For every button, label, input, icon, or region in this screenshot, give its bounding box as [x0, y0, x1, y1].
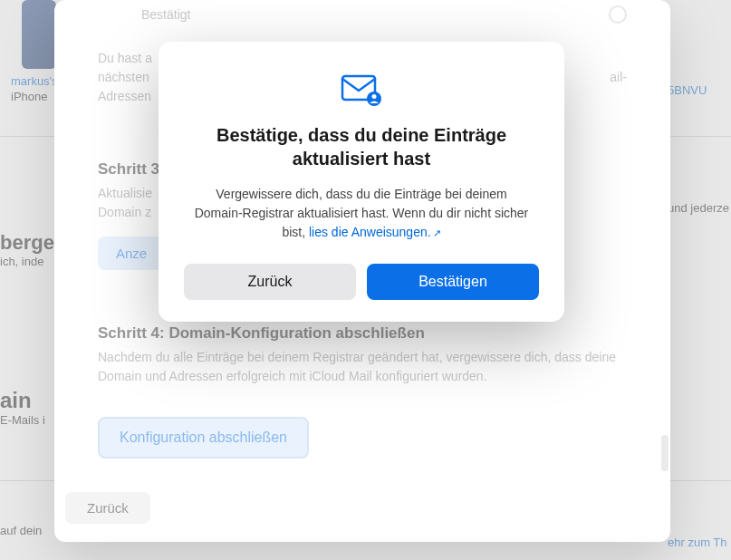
confirmation-dialog: Bestätige, dass du deine Einträge aktual… [159, 42, 564, 322]
external-link-icon: ↗ [433, 227, 441, 238]
mail-user-icon [184, 74, 539, 107]
dialog-body: Vergewissere dich, dass du die Einträge … [184, 185, 539, 242]
confirm-button[interactable]: Bestätigen [367, 264, 539, 300]
dialog-title: Bestätige, dass du deine Einträge aktual… [184, 123, 539, 170]
cancel-button[interactable]: Zurück [184, 264, 356, 300]
instructions-link[interactable]: lies die Anweisungen.↗ [309, 225, 441, 239]
svg-point-2 [372, 94, 377, 99]
